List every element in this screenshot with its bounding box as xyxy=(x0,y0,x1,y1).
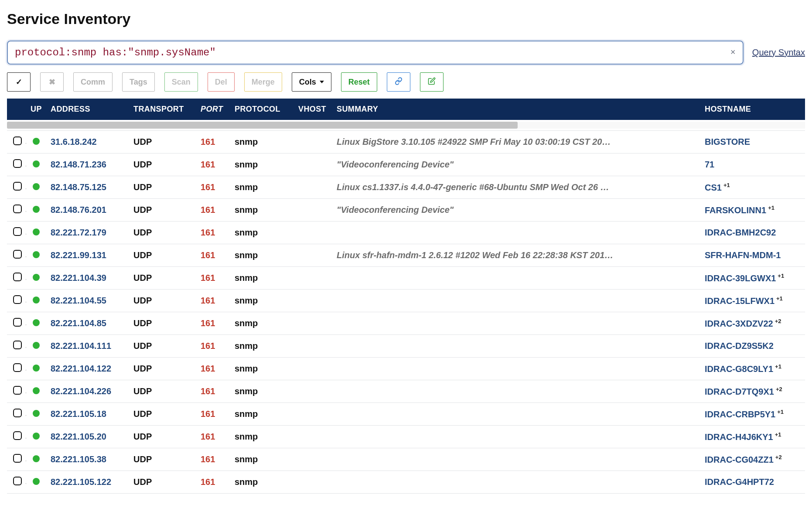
address-link[interactable]: 82.221.105.38 xyxy=(51,454,106,464)
row-checkbox[interactable] xyxy=(13,205,22,213)
scan-button[interactable]: Scan xyxy=(164,72,198,92)
cancel-button[interactable] xyxy=(40,72,64,92)
col-up[interactable]: UP xyxy=(26,99,46,120)
table-row[interactable]: 82.221.99.131UDP161snmpLinux sfr-hafn-md… xyxy=(7,244,805,267)
col-address[interactable]: ADDRESS xyxy=(46,99,129,120)
row-checkbox[interactable] xyxy=(13,477,22,485)
query-syntax-link[interactable]: Query Syntax xyxy=(752,48,805,58)
comm-button[interactable]: Comm xyxy=(73,72,113,92)
address-link[interactable]: 82.221.104.85 xyxy=(51,318,106,328)
port-cell: 161 xyxy=(196,448,230,471)
hostname-link[interactable]: IDRAC-CG04ZZ1 xyxy=(705,455,774,464)
address-link[interactable]: 82.221.105.122 xyxy=(51,477,111,487)
row-checkbox[interactable] xyxy=(13,273,22,281)
hostname-link[interactable]: IDRAC-H4J6KY1 xyxy=(705,432,773,442)
address-link[interactable]: 82.221.99.131 xyxy=(51,250,106,260)
row-checkbox[interactable] xyxy=(13,136,22,145)
hostname-link[interactable]: IDRAC-G4HPT72 xyxy=(705,477,774,487)
row-checkbox[interactable] xyxy=(13,159,22,168)
table-row[interactable]: 82.221.104.39UDP161snmpIDRAC-39LGWX1+1 xyxy=(7,267,805,290)
address-link[interactable]: 82.221.104.39 xyxy=(51,273,106,283)
tags-button[interactable]: Tags xyxy=(122,72,155,92)
port-cell: 161 xyxy=(196,199,230,222)
table-row[interactable]: 82.221.104.111UDP161snmpIDRAC-DZ9S5K2 xyxy=(7,335,805,358)
row-checkbox[interactable] xyxy=(13,341,22,349)
hostname-link[interactable]: IDRAC-G8C9LY1 xyxy=(705,364,773,374)
hostname-link[interactable]: IDRAC-DZ9S5K2 xyxy=(705,341,774,351)
address-link[interactable]: 82.148.75.125 xyxy=(51,182,106,192)
hostname-link[interactable]: IDRAC-BMH2C92 xyxy=(705,228,776,237)
row-checkbox[interactable] xyxy=(13,431,22,440)
table-row[interactable]: 82.148.75.125UDP161snmpLinux cs1.1337.is… xyxy=(7,176,805,199)
search-input[interactable]: protocol:snmp has:"snmp.sysName" × xyxy=(7,41,744,65)
col-summary[interactable]: SUMMARY xyxy=(332,99,700,120)
table-row[interactable]: 82.148.76.201UDP161snmp"Videoconferencin… xyxy=(7,199,805,222)
row-checkbox[interactable] xyxy=(13,250,22,259)
address-link[interactable]: 82.221.104.111 xyxy=(51,341,111,351)
row-checkbox[interactable] xyxy=(13,227,22,236)
table-row[interactable]: 82.221.105.38UDP161snmpIDRAC-CG04ZZ1+2 xyxy=(7,448,805,471)
scrollbar-thumb[interactable] xyxy=(7,122,518,129)
hostname-link[interactable]: FARSKOLINN1 xyxy=(705,205,766,215)
hostname-link[interactable]: IDRAC-CRBP5Y1 xyxy=(705,409,775,419)
hostname-link[interactable]: CS1 xyxy=(705,183,722,192)
row-checkbox[interactable] xyxy=(13,318,22,327)
row-checkbox[interactable] xyxy=(13,386,22,395)
transport-cell: UDP xyxy=(129,153,196,176)
address-link[interactable]: 82.221.104.226 xyxy=(51,386,111,396)
col-vhost[interactable]: VHOST xyxy=(294,99,332,120)
address-link[interactable]: 82.221.104.122 xyxy=(51,364,111,373)
table-row[interactable]: 31.6.18.242UDP161snmpLinux BigStore 3.10… xyxy=(7,131,805,153)
hostname-link[interactable]: 71 xyxy=(705,160,714,169)
transport-cell: UDP xyxy=(129,199,196,222)
row-checkbox[interactable] xyxy=(13,454,22,463)
col-hostname[interactable]: HOSTNAME xyxy=(700,99,805,120)
col-transport[interactable]: TRANSPORT xyxy=(129,99,196,120)
address-link[interactable]: 82.221.105.18 xyxy=(51,409,106,419)
hostname-extra-count: +1 xyxy=(775,363,781,370)
col-protocol[interactable]: PROTOCOL xyxy=(230,99,294,120)
confirm-button[interactable] xyxy=(7,72,31,92)
address-link[interactable]: 31.6.18.242 xyxy=(51,137,97,147)
table-row[interactable]: 82.221.105.20UDP161snmpIDRAC-H4J6KY1+1 xyxy=(7,426,805,448)
permalink-button[interactable] xyxy=(387,72,410,92)
hostname-link[interactable]: IDRAC-3XDZV22 xyxy=(705,319,773,328)
table-row[interactable]: 82.221.105.18UDP161snmpIDRAC-CRBP5Y1+1 xyxy=(7,403,805,426)
horizontal-scrollbar[interactable] xyxy=(7,122,805,129)
protocol-cell: snmp xyxy=(230,403,294,426)
cols-button[interactable]: Cols xyxy=(292,72,331,92)
transport-cell: UDP xyxy=(129,176,196,199)
address-link[interactable]: 82.221.105.20 xyxy=(51,432,106,441)
table-row[interactable]: 82.221.105.122UDP161snmpIDRAC-G4HPT72 xyxy=(7,471,805,494)
edit-button[interactable] xyxy=(420,72,444,92)
reset-button[interactable]: Reset xyxy=(341,72,377,92)
table-row[interactable]: 82.221.104.85UDP161snmpIDRAC-3XDZV22+2 xyxy=(7,312,805,335)
hostname-link[interactable]: IDRAC-39LGWX1 xyxy=(705,273,776,283)
table-row[interactable]: 82.221.104.122UDP161snmpIDRAC-G8C9LY1+1 xyxy=(7,358,805,380)
hostname-link[interactable]: IDRAC-D7TQ9X1 xyxy=(705,387,774,396)
summary-cell: "Videoconferencing Device" xyxy=(332,153,700,176)
row-checkbox[interactable] xyxy=(13,182,22,191)
hostname-extra-count: +2 xyxy=(775,318,781,324)
table-row[interactable]: 82.221.104.226UDP161snmpIDRAC-D7TQ9X1+2 xyxy=(7,380,805,403)
hostname-link[interactable]: IDRAC-15LFWX1 xyxy=(705,296,774,306)
del-button[interactable]: Del xyxy=(208,72,235,92)
transport-cell: UDP xyxy=(129,426,196,448)
col-port[interactable]: PORT xyxy=(196,99,230,120)
port-cell: 161 xyxy=(196,222,230,244)
merge-button[interactable]: Merge xyxy=(244,72,282,92)
hostname-link[interactable]: BIGSTORE xyxy=(705,137,750,147)
row-checkbox[interactable] xyxy=(13,363,22,372)
hostname-link[interactable]: SFR-HAFN-MDM-1 xyxy=(705,250,781,260)
table-row[interactable]: 82.221.104.55UDP161snmpIDRAC-15LFWX1+1 xyxy=(7,290,805,312)
table-row[interactable]: 82.221.72.179UDP161snmpIDRAC-BMH2C92 xyxy=(7,222,805,244)
address-link[interactable]: 82.148.71.236 xyxy=(51,160,106,169)
row-checkbox[interactable] xyxy=(13,295,22,304)
address-link[interactable]: 82.148.76.201 xyxy=(51,205,106,215)
address-link[interactable]: 82.221.72.179 xyxy=(51,228,106,237)
clear-search-icon[interactable]: × xyxy=(730,48,736,57)
address-link[interactable]: 82.221.104.55 xyxy=(51,296,106,305)
row-checkbox[interactable] xyxy=(13,409,22,417)
check-icon xyxy=(16,77,22,87)
table-row[interactable]: 82.148.71.236UDP161snmp"Videoconferencin… xyxy=(7,153,805,176)
